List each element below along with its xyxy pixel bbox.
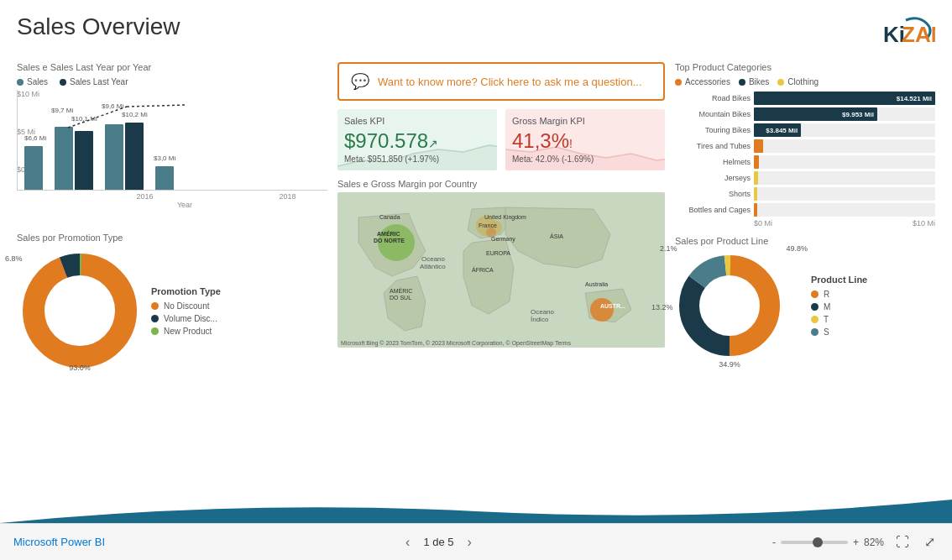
bar-label-2017l: $10,2 Mi — [122, 111, 148, 118]
bottom-bar: Microsoft Power BI ‹ 1 de 5 › - + 82% ⛶ … — [0, 523, 952, 560]
bar-group-2014: $6,6 Mi — [24, 146, 43, 190]
prod-donut-top-left: 2.1% — [660, 244, 677, 253]
margin-kpi-box: Gross Margin KPI 41,3%! Meta: 42.0% (-1.… — [505, 109, 665, 170]
prod-track-2: $3.845 Mil — [754, 123, 935, 137]
prod-line-legend: Product Line R M T — [811, 275, 867, 340]
svg-text:AUSTR...: AUSTR... — [600, 303, 625, 309]
wave-svg — [0, 500, 952, 523]
zoom-thumb[interactable] — [813, 537, 823, 547]
legend-clothing: Clothing — [777, 77, 819, 86]
bar-chart-section: Sales e Sales Last Year por Year Sales S… — [17, 62, 327, 224]
svg-text:Germany: Germany — [491, 236, 515, 243]
promo-legend-title: Promotion Type — [151, 286, 221, 296]
prod-track-0: $14.521 Mil — [754, 92, 935, 105]
zoom-track[interactable] — [781, 541, 848, 544]
prod-row-4: Helmets — [675, 155, 935, 169]
top-products-title: Top Product Categories — [675, 62, 935, 72]
zoom-value: 82% — [864, 536, 884, 548]
prod-track-7 — [754, 203, 935, 217]
sales-kpi-box: Sales KPI $970.578↗ Meta: $951.850 (+1.9… — [337, 109, 497, 170]
prod-row-2: Touring Bikes $3.845 Mil — [675, 123, 935, 137]
svg-text:United Kingdom: United Kingdom — [484, 214, 526, 221]
bar-2017-current — [105, 124, 123, 190]
prod-dot-0 — [811, 290, 819, 298]
prod-row-3: Tires and Tubes — [675, 139, 935, 153]
prod-donut-top-right: 49.8% — [786, 244, 808, 253]
promo-chart-section: Sales por Promotion Type 6.8% 93. — [17, 233, 327, 493]
svg-text:DO SUL: DO SUL — [390, 295, 411, 301]
prod-fill-4 — [754, 155, 759, 169]
bar-2016-current — [55, 127, 73, 190]
bar-label-2014: $6,6 Mi — [24, 134, 46, 142]
prod-track-4 — [754, 155, 935, 169]
bar-chart-legend: Sales Sales Last Year — [17, 77, 327, 86]
top-products-bars: Road Bikes $14.521 Mil Mountain Bikes — [675, 92, 935, 228]
promo-item-1: Volume Disc... — [151, 314, 221, 323]
prod-line-section: Sales por Product Line 2.1% 49.8% 13.2% … — [675, 236, 935, 493]
bar-2014-current — [24, 146, 43, 190]
prod-row-6: Shorts — [675, 187, 935, 201]
promo-chart-title: Sales por Promotion Type — [17, 233, 327, 243]
fit-page-button[interactable]: ⛶ — [892, 531, 913, 553]
map-section: Sales e Gross Margin por Country — [337, 179, 665, 493]
dashboard-grid: Sales e Sales Last Year por Year Sales S… — [17, 62, 935, 493]
zoom-control: - + 82% — [772, 536, 884, 548]
wave-section — [0, 500, 952, 523]
svg-text:ÁSIA: ÁSIA — [550, 233, 563, 239]
bar-group-2018: $3,0 Mi — [155, 166, 174, 190]
map-title: Sales e Gross Margin por Country — [337, 179, 665, 189]
svg-text:EUROPA: EUROPA — [486, 250, 510, 256]
prod-line-legend-title: Product Line — [811, 275, 867, 285]
svg-text:Australia: Australia — [585, 281, 608, 287]
prod-fill-2: $3.845 Mil — [754, 123, 801, 137]
left-column: Sales e Sales Last Year por Year Sales S… — [17, 62, 327, 493]
promo-dot-2 — [151, 327, 159, 335]
margin-kpi-title: Gross Margin KPI — [512, 116, 658, 126]
prod-fill-3 — [754, 139, 763, 153]
prod-fill-0: $14.521 Mil — [754, 92, 935, 105]
svg-marker-8 — [337, 144, 497, 170]
bar-label-2016l: $10,1 Mi — [71, 115, 97, 123]
right-column: Top Product Categories Accessories Bikes — [675, 62, 935, 493]
prod-fill-6 — [754, 187, 757, 201]
bar-2018-current — [155, 166, 174, 190]
prod-x-axis: $0 Mi $10 Mi — [675, 219, 935, 228]
svg-text:France: France — [479, 222, 497, 228]
legend-last-year-dot — [60, 79, 66, 86]
kizan-logo: Ki ZAN — [860, 13, 935, 55]
zoom-plus-label: + — [853, 536, 859, 548]
prod-line-item-0: R — [811, 290, 867, 299]
map-area: AMÉRIC DO NORTE AMÉRIC DO SUL ÁFRICA ÁSI… — [337, 192, 665, 348]
donut-svg — [17, 248, 143, 374]
page-info: 1 de 5 — [423, 536, 453, 548]
svg-text:Índico: Índico — [531, 316, 549, 323]
svg-text:Atlântico: Atlântico — [420, 263, 446, 270]
svg-text:Oceano: Oceano — [421, 255, 446, 263]
top-products-section: Top Product Categories Accessories Bikes — [675, 62, 935, 228]
world-map-svg: AMÉRIC DO NORTE AMÉRIC DO SUL ÁFRICA ÁSI… — [337, 192, 665, 348]
bikes-dot — [739, 79, 745, 86]
fullscreen-button[interactable]: ⤢ — [921, 531, 939, 553]
prod-track-6 — [754, 187, 935, 201]
page-title: Sales Overview — [17, 13, 180, 40]
svg-line-3 — [127, 105, 186, 107]
legend-sales-dot — [17, 79, 24, 86]
prod-track-3 — [754, 139, 935, 153]
margin-sparkline — [505, 137, 665, 170]
page-navigation: ‹ 1 de 5 › — [400, 533, 477, 552]
legend-sales-last-year: Sales Last Year — [60, 77, 128, 86]
chat-bar[interactable]: 💬 Want to know more? Click here to ask m… — [337, 62, 665, 101]
promo-item-0: No Discount — [151, 301, 221, 311]
bar-group-2017: $9,6 Mi $10,2 Mi — [105, 123, 144, 190]
prod-track-5 — [754, 171, 935, 185]
prod-donut-left: 13.2% — [651, 303, 673, 311]
prod-dot-2 — [811, 316, 819, 323]
bar-label-2016c: $9,7 Mi — [51, 107, 73, 114]
next-page-button[interactable]: › — [463, 533, 477, 552]
promo-dot-0 — [151, 302, 159, 310]
power-bi-brand[interactable]: Microsoft Power BI — [13, 536, 105, 548]
donut-wrapper: 6.8% 93.0% Promotion Type — [17, 248, 327, 377]
prod-line-item-2: T — [811, 315, 867, 324]
prev-page-button[interactable]: ‹ — [400, 533, 415, 552]
prod-row-7: Bottles and Cages — [675, 203, 935, 217]
